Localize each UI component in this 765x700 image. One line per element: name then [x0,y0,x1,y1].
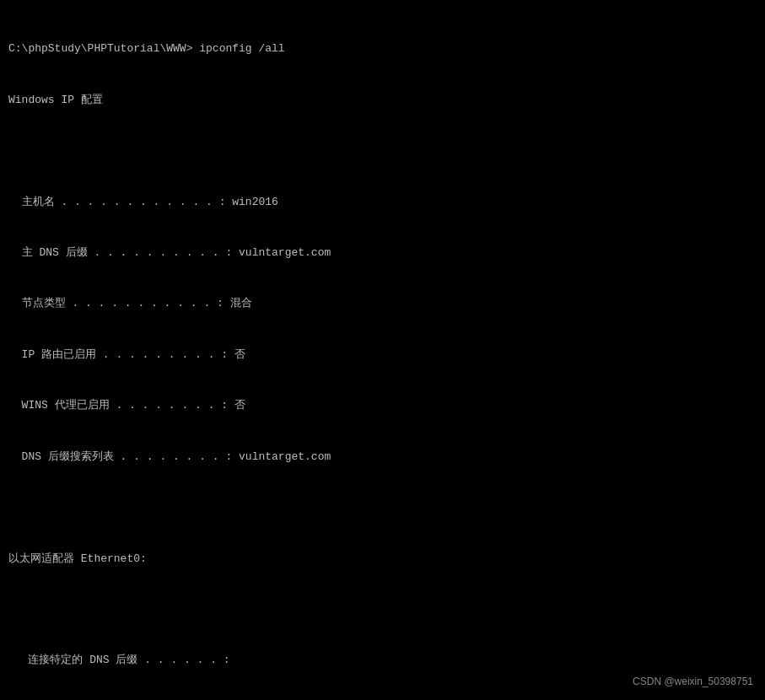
dns-search-line: DNS 后缀搜索列表 . . . . . . . . : vulntarget.… [8,449,757,466]
eth0-header: 以太网适配器 Ethernet0: [8,551,757,568]
hostname-line: 主机名 . . . . . . . . . . . . : win2016 [8,194,757,211]
eth0-dns-suffix: 连接特定的 DNS 后缀 . . . . . . : [8,652,757,669]
dns-suffix-main-line: 主 DNS 后缀 . . . . . . . . . . : vulntarge… [8,245,757,261]
watermark-text: CSDN @weixin_50398751 [633,674,753,690]
command-prompt: C:\phpStudy\PHPTutorial\WWW> ipconfig /a… [8,40,757,57]
node-type-line: 节点类型 . . . . . . . . . . . : 混合 [8,295,757,312]
terminal-window: C:\phpStudy\PHPTutorial\WWW> ipconfig /a… [8,7,757,700]
wins-proxy-line: WINS 代理已启用 . . . . . . . . : 否 [8,397,757,414]
windows-ip-title: Windows IP 配置 [8,92,757,109]
blank-line-2 [8,499,757,516]
blank-line-1 [8,143,757,159]
ip-routing-line: IP 路由已启用 . . . . . . . . . : 否 [8,347,757,363]
blank-line-3 [8,601,757,618]
